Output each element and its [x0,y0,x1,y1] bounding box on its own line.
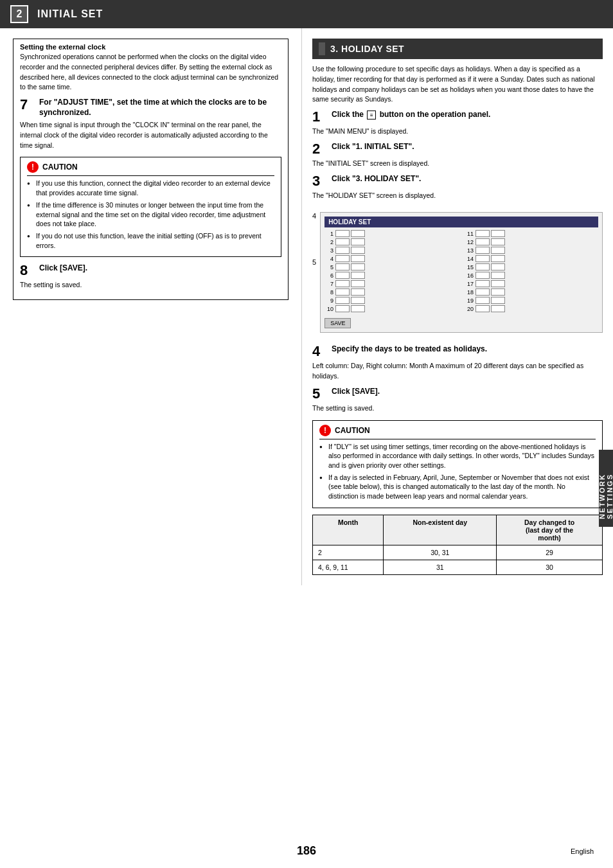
step7-num: 7 [20,98,33,112]
holiday-set-grid: 1 2 3 4 5 6 7 8 9 10 [324,230,598,314]
external-clock-intro: Synchronized operations cannot be perfor… [20,52,281,93]
holiday-row: 18 [465,288,598,296]
step4-container: 4 Specify the days to be treated as holi… [312,344,603,382]
holiday-row: 8 [324,288,458,296]
table-header-nonexistent: Non-existent day [384,515,497,545]
step1-text: Click the ≡ button on the operation pane… [332,110,490,120]
step4-num: 4 [312,344,325,359]
holiday-save-button[interactable]: SAVE [324,318,351,328]
step3-text: Click "3. HOLIDAY SET". [332,174,421,184]
holiday-row: 5 [324,263,458,270]
step3-num: 3 [312,174,325,188]
holiday-col-right: 11 12 13 14 15 16 17 18 19 20 [465,230,598,314]
table-row: 2 30, 31 29 [313,545,603,560]
step3-container: 3 Click "3. HOLIDAY SET". The "HOLIDAY S… [312,174,603,201]
holiday-set-label: HOLIDAY SET [324,217,598,227]
holiday-row: 6 [324,272,458,279]
diagram-label-5: 5 [312,258,316,266]
caution-item: If the time difference is 30 minutes or … [27,200,274,229]
content-area: Setting the external clock Synchronized … [0,28,613,585]
section-num-box [319,42,325,55]
table-row: 4, 6, 9, 11 31 30 [313,560,603,574]
step2-container: 2 Click "1. INITIAL SET". The "INITIAL S… [312,142,603,169]
caution-box-1: ! CAUTION If you use this function, conn… [20,157,281,257]
caution-list-2: If "DLY" is set using timer settings, ti… [319,442,596,501]
step2-body: The "INITIAL SET" screen is displayed. [312,159,603,169]
step1-container: 1 Click the ≡ button on the operation pa… [312,110,603,137]
step5-num: 5 [312,387,325,401]
caution-item: If "DLY" is set using timer settings, ti… [319,442,596,470]
holiday-row: 19 [465,297,598,304]
holiday-row: 10 [324,305,458,312]
step5-header: 5 Click [SAVE]. [312,387,603,401]
step8-text: Click [SAVE]. [39,263,87,274]
step8-container: 8 Click [SAVE]. The setting is saved. [20,263,281,290]
caution-item: If you do not use this function, leave t… [27,231,274,250]
holiday-set-diagram: HOLIDAY SET 1 2 3 4 5 6 7 8 9 [320,212,603,333]
table-cell: 30 [497,560,603,574]
caution-list-1: If you use this function, connect the di… [27,179,274,250]
step8-num: 8 [20,263,33,278]
step7-header: 7 For "ADJUST TIME", set the time at whi… [20,98,281,118]
caution-header-1: ! CAUTION [27,161,274,176]
caution-header-2: ! CAUTION [319,425,596,439]
holiday-row: 3 [324,247,458,254]
language-label: English [571,847,594,855]
step8-body: The setting is saved. [20,280,281,290]
chapter-number: 2 [10,5,28,23]
table-header-month: Month [313,515,384,545]
page-footer: 186 English [0,844,613,858]
step4-text: Specify the days to be treated as holida… [332,344,487,355]
table-cell: 2 [313,545,384,560]
caution-item: If you use this function, connect the di… [27,179,274,197]
holiday-col-left: 1 2 3 4 5 6 7 8 9 10 [324,230,458,314]
page-number: 186 [297,844,316,858]
holiday-row: 13 [465,247,598,254]
caution-title-2: CAUTION [335,426,370,435]
step3-body: The "HOLIDAY SET" screen is displayed. [312,191,603,201]
step5-container: 5 Click [SAVE]. The setting is saved. [312,387,603,414]
table-cell: 31 [384,560,497,574]
holiday-row: 11 [465,230,598,237]
step7-container: 7 For "ADJUST TIME", set the time at whi… [20,98,281,150]
step1-body: The "MAIN MENU" is displayed. [312,127,603,137]
holiday-intro: Use the following procedure to set speci… [312,64,603,105]
holiday-row: 14 [465,255,598,262]
table-cell: 30, 31 [384,545,497,560]
step1-header: 1 Click the ≡ button on the operation pa… [312,110,603,124]
table-cell: 29 [497,545,603,560]
left-column: Setting the external clock Synchronized … [0,28,302,585]
step2-num: 2 [312,142,325,156]
menu-icon: ≡ [367,111,376,120]
holiday-row: 20 [465,305,598,312]
step7-body: When time signal is input through the "C… [20,120,281,150]
holiday-row: 16 [465,272,598,279]
step5-text: Click [SAVE]. [332,387,380,397]
step2-header: 2 Click "1. INITIAL SET". [312,142,603,156]
step2-text: Click "1. INITIAL SET". [332,142,414,152]
step4-body: Left column: Day, Right column: Month A … [312,361,603,382]
holiday-row: 15 [465,263,598,270]
holiday-row: 2 [324,238,458,245]
caution-icon-2: ! [319,425,331,436]
holiday-row: 17 [465,280,598,287]
step8-header: 8 Click [SAVE]. [20,263,281,278]
caution-box-2: ! CAUTION If "DLY" is set using timer se… [312,420,603,508]
side-tab: NETWORK SETTINGS [599,450,613,527]
page-header: 2 INITIAL SET [0,0,613,28]
table-header-changed: Day changed to(last day of themonth) [497,515,603,545]
chapter-title: INITIAL SET [37,8,103,20]
table-cell: 4, 6, 9, 11 [313,560,384,574]
holiday-row: 4 [324,255,458,262]
external-clock-title: Setting the external clock [20,43,281,51]
section-title: 3. HOLIDAY SET [330,44,404,54]
holiday-row: 7 [324,280,458,287]
right-column: 3. HOLIDAY SET Use the following procedu… [302,28,613,585]
holiday-row: 1 [324,230,458,237]
step7-text: For "ADJUST TIME", set the time at which… [39,98,281,118]
section-header: 3. HOLIDAY SET [312,39,603,59]
step5-body: The setting is saved. [312,403,603,414]
holiday-row: 12 [465,238,598,245]
save-row: SAVE [324,315,598,328]
caution-icon-1: ! [27,161,39,173]
